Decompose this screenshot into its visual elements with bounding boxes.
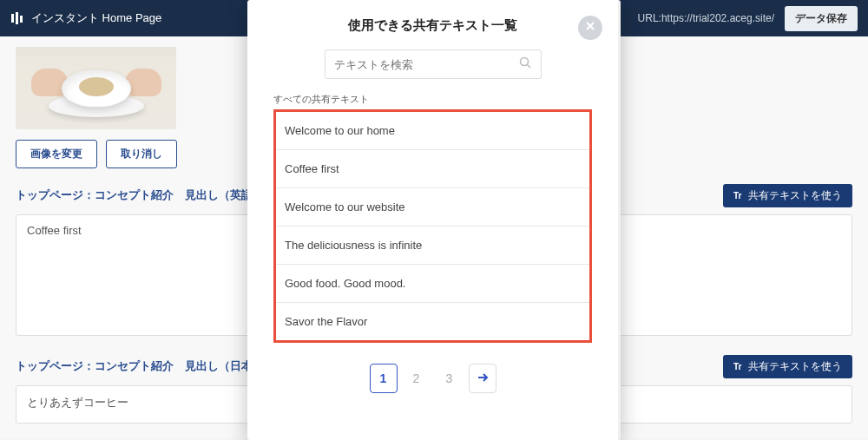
shared-text-item[interactable]: Welcome to our website — [276, 188, 589, 227]
pagination: 1 2 3 — [273, 364, 592, 393]
search-input[interactable] — [334, 58, 518, 71]
shared-text-modal: 使用できる共有テキスト一覧 すべての共有テキスト Welcome to our … — [247, 0, 621, 440]
close-icon — [584, 20, 596, 36]
modal-backdrop: 使用できる共有テキスト一覧 すべての共有テキスト Welcome to our … — [0, 0, 868, 440]
search-field-wrap[interactable] — [325, 49, 542, 79]
svg-line-8 — [527, 65, 530, 69]
next-page-button[interactable] — [469, 364, 496, 393]
shared-text-item[interactable]: Savor the Flavor — [276, 303, 589, 340]
shared-text-list: Welcome to our home Coffee first Welcome… — [273, 109, 592, 343]
page-1-button[interactable]: 1 — [370, 364, 398, 393]
page-2-button[interactable]: 2 — [403, 364, 431, 393]
arrow-right-icon — [476, 371, 490, 387]
shared-text-item[interactable]: Coffee first — [276, 150, 589, 188]
shared-text-item[interactable]: Good food. Good mood. — [276, 265, 589, 303]
all-shared-texts-label: すべての共有テキスト — [273, 93, 592, 106]
modal-close-button[interactable] — [578, 16, 602, 40]
page-3-button[interactable]: 3 — [436, 364, 464, 393]
shared-text-item[interactable]: The deliciousness is infinite — [276, 227, 589, 265]
search-icon — [518, 56, 532, 73]
svg-point-7 — [520, 58, 528, 66]
shared-text-item[interactable]: Welcome to our home — [276, 112, 589, 150]
modal-title: 使用できる共有テキスト一覧 — [273, 17, 592, 34]
